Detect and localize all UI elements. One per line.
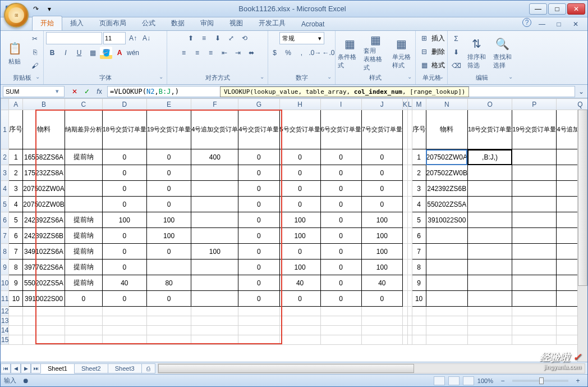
cell-A2[interactable]: 1	[9, 149, 23, 165]
currency-icon[interactable]: $	[269, 47, 281, 59]
cell-P3[interactable]	[512, 165, 557, 181]
cell-B2[interactable]: 165582ZS6A	[23, 149, 65, 165]
tab-developer[interactable]: 开发工具	[251, 16, 293, 30]
cell-G5[interactable]: 0	[238, 197, 279, 212]
cell-F14[interactable]	[191, 326, 238, 335]
cell-M12[interactable]	[412, 307, 426, 316]
align-right-icon[interactable]: ≡	[205, 47, 217, 59]
cell-O7[interactable]	[467, 228, 512, 244]
cell-M7[interactable]: 6	[412, 228, 426, 244]
cell-O5[interactable]	[467, 197, 512, 212]
col-header-J[interactable]: J	[361, 99, 402, 110]
font-color-icon[interactable]: A	[113, 47, 126, 59]
cell-G11[interactable]: 0	[238, 291, 279, 307]
cell-K8[interactable]	[402, 244, 407, 259]
ribbon-restore-icon[interactable]: □	[553, 18, 565, 30]
cell-I6[interactable]: 0	[320, 212, 361, 228]
cell-D5[interactable]: 0	[102, 197, 146, 212]
cell-C11[interactable]: 0	[65, 291, 102, 307]
cell-H5[interactable]: 0	[279, 197, 320, 212]
cell-P2[interactable]	[512, 149, 557, 165]
col-header-P[interactable]: P	[512, 99, 557, 110]
hscroll-thumb[interactable]	[158, 364, 414, 373]
cell-E4[interactable]: 0	[147, 181, 191, 197]
cell-M14[interactable]	[412, 326, 426, 335]
cell-E8[interactable]: 0	[147, 244, 191, 259]
align-center-icon[interactable]: ≡	[191, 47, 204, 59]
cell-E1[interactable]: 19号交货订单量	[147, 110, 191, 149]
cell-A15[interactable]	[9, 335, 23, 345]
name-box[interactable]: SUM ▾	[3, 86, 65, 97]
cell-P10[interactable]	[512, 275, 557, 291]
fx-icon[interactable]: fx	[94, 86, 105, 97]
cell-F7[interactable]	[191, 228, 238, 244]
col-header-C[interactable]: C	[65, 99, 102, 110]
col-header-I[interactable]: I	[320, 99, 361, 110]
cell-L9[interactable]	[407, 259, 412, 275]
cell-E14[interactable]	[147, 326, 191, 335]
zoom-in-icon[interactable]: +	[572, 375, 584, 387]
sheet-tab-1[interactable]: Sheet1	[40, 363, 75, 374]
cell-F9[interactable]	[191, 259, 238, 275]
cell-C9[interactable]: 提前纳	[65, 259, 102, 275]
cell-H6[interactable]: 100	[279, 212, 320, 228]
cell-G6[interactable]: 0	[238, 212, 279, 228]
cell-F8[interactable]: 100	[191, 244, 238, 259]
cell-I15[interactable]	[320, 335, 361, 345]
wrap-text-icon[interactable]: ⟲	[238, 32, 251, 44]
cell-B11[interactable]: 3910022S00	[23, 291, 65, 307]
cond-format-button[interactable]: ▦条件格式	[338, 33, 361, 72]
cell-K5[interactable]	[402, 197, 407, 212]
cell-G1[interactable]: 4号交货订单量	[238, 110, 279, 149]
view-normal-icon[interactable]	[434, 376, 445, 385]
cell-J9[interactable]: 100	[361, 259, 402, 275]
cell-L1[interactable]	[407, 110, 412, 149]
cell-B1[interactable]: 物料	[23, 110, 65, 149]
format-painter-icon[interactable]: 🖌	[29, 60, 41, 72]
cell-F5[interactable]	[191, 197, 238, 212]
cell-M11[interactable]: 10	[412, 291, 426, 307]
shrink-font-icon[interactable]: A↓	[140, 32, 153, 44]
grow-font-icon[interactable]: A↑	[127, 32, 139, 44]
sheet-next-icon[interactable]: ▶	[21, 363, 31, 374]
cell-O14[interactable]	[467, 326, 512, 335]
cell-B6[interactable]: 242392ZS6A	[23, 212, 65, 228]
cell-E3[interactable]: 0	[147, 165, 191, 181]
cell-F2[interactable]: 400	[191, 149, 238, 165]
cut-icon[interactable]: ✂	[29, 33, 41, 45]
cell-P1[interactable]: 19号交货订单量	[512, 110, 557, 149]
cell-B15[interactable]	[23, 335, 65, 345]
cell-G14[interactable]	[238, 326, 279, 335]
cell-I2[interactable]: 0	[320, 149, 361, 165]
row-header-1[interactable]: 1	[1, 110, 9, 149]
cell-A12[interactable]	[9, 307, 23, 316]
col-header-N[interactable]: N	[426, 99, 467, 110]
sheet-new-icon[interactable]: ⎙	[141, 363, 155, 374]
cell-D8[interactable]: 0	[102, 244, 146, 259]
cell-G8[interactable]: 0	[238, 244, 279, 259]
cell-P7[interactable]	[512, 228, 557, 244]
cell-J3[interactable]: 0	[361, 165, 402, 181]
cell-P11[interactable]	[512, 291, 557, 307]
col-header-G[interactable]: G	[238, 99, 279, 110]
col-header-M[interactable]: M	[412, 99, 426, 110]
cell-E9[interactable]	[147, 259, 191, 275]
vertical-scrollbar[interactable]	[577, 110, 587, 362]
cell-O2[interactable]: ,B:J,)	[467, 149, 512, 165]
cell-C5[interactable]	[65, 197, 102, 212]
inc-decimal-icon[interactable]: .0→	[309, 47, 321, 59]
cell-H13[interactable]	[279, 316, 320, 326]
row-header-3[interactable]: 3	[1, 165, 9, 181]
cell-C14[interactable]	[65, 326, 102, 335]
zoom-out-icon[interactable]: −	[497, 375, 509, 387]
cell-J10[interactable]: 40	[361, 275, 402, 291]
cell-K12[interactable]	[402, 307, 407, 316]
cell-J6[interactable]: 100	[361, 212, 402, 228]
cell-H4[interactable]: 0	[279, 181, 320, 197]
sheet-last-icon[interactable]: ⏭	[31, 363, 41, 374]
copy-icon[interactable]: ⎘	[29, 46, 41, 58]
table-format-button[interactable]: ▦套用 表格格式	[364, 33, 387, 72]
merge-icon[interactable]: ⬌	[245, 47, 258, 59]
cell-O12[interactable]	[467, 307, 512, 316]
cell-L5[interactable]	[407, 197, 412, 212]
